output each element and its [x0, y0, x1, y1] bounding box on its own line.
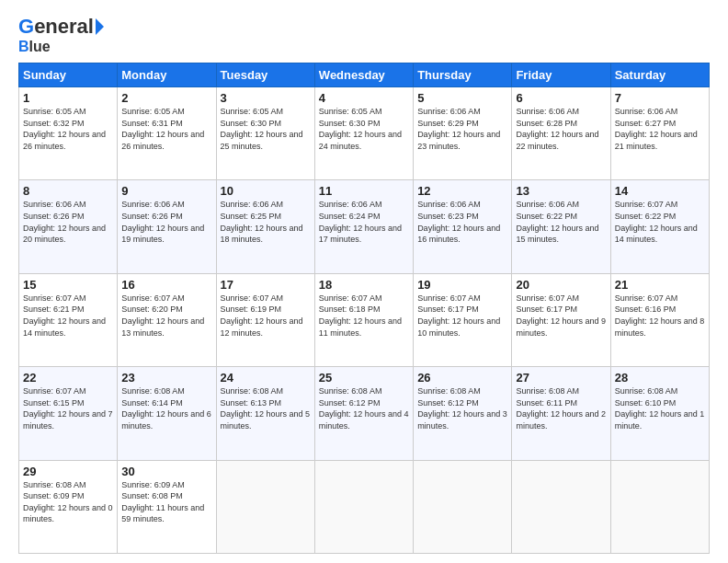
calendar-cell: 22Sunrise: 6:07 AMSunset: 6:15 PMDayligh… [19, 367, 118, 460]
calendar-header-row: SundayMondayTuesdayWednesdayThursdayFrid… [19, 63, 710, 87]
cell-info: Sunrise: 6:07 AMSunset: 6:22 PMDaylight:… [615, 199, 705, 245]
calendar-week-4: 22Sunrise: 6:07 AMSunset: 6:15 PMDayligh… [19, 367, 710, 460]
day-number: 7 [615, 91, 705, 105]
day-number: 6 [516, 91, 606, 105]
calendar-cell: 3Sunrise: 6:05 AMSunset: 6:30 PMDaylight… [216, 87, 314, 180]
column-header-saturday: Saturday [610, 63, 709, 87]
cell-info: Sunrise: 6:08 AMSunset: 6:12 PMDaylight:… [417, 385, 507, 431]
day-number: 11 [319, 184, 409, 198]
calendar-cell: 26Sunrise: 6:08 AMSunset: 6:12 PMDayligh… [414, 367, 512, 460]
calendar-cell: 14Sunrise: 6:07 AMSunset: 6:22 PMDayligh… [610, 180, 709, 273]
day-number: 13 [516, 184, 606, 198]
cell-info: Sunrise: 6:08 AMSunset: 6:14 PMDaylight:… [121, 385, 211, 431]
cell-info: Sunrise: 6:07 AMSunset: 6:19 PMDaylight:… [221, 293, 311, 339]
day-number: 4 [319, 91, 409, 105]
calendar-cell: 25Sunrise: 6:08 AMSunset: 6:12 PMDayligh… [314, 367, 413, 460]
calendar-cell: 8Sunrise: 6:06 AMSunset: 6:26 PMDaylight… [19, 180, 118, 273]
column-header-friday: Friday [512, 63, 610, 87]
calendar-cell: 19Sunrise: 6:07 AMSunset: 6:17 PMDayligh… [414, 273, 512, 366]
day-number: 28 [615, 371, 705, 385]
day-number: 24 [221, 371, 311, 385]
column-header-wednesday: Wednesday [314, 63, 413, 87]
day-number: 1 [23, 91, 113, 105]
calendar-table: SundayMondayTuesdayWednesdayThursdayFrid… [18, 63, 710, 554]
cell-info: Sunrise: 6:05 AMSunset: 6:30 PMDaylight:… [221, 106, 311, 152]
cell-info: Sunrise: 6:05 AMSunset: 6:32 PMDaylight:… [23, 106, 113, 152]
cell-info: Sunrise: 6:06 AMSunset: 6:26 PMDaylight:… [121, 199, 211, 245]
cell-info: Sunrise: 6:07 AMSunset: 6:17 PMDaylight:… [516, 293, 606, 339]
day-number: 12 [417, 184, 507, 198]
day-number: 14 [615, 184, 705, 198]
calendar-cell: 2Sunrise: 6:05 AMSunset: 6:31 PMDaylight… [118, 87, 216, 180]
day-number: 9 [121, 184, 211, 198]
day-number: 29 [23, 465, 113, 478]
calendar-week-5: 29Sunrise: 6:08 AMSunset: 6:09 PMDayligh… [19, 460, 710, 553]
day-number: 2 [121, 91, 211, 105]
day-number: 15 [23, 278, 113, 292]
calendar-cell: 27Sunrise: 6:08 AMSunset: 6:11 PMDayligh… [512, 367, 610, 460]
cell-info: Sunrise: 6:08 AMSunset: 6:09 PMDaylight:… [23, 479, 113, 525]
calendar-cell: 30Sunrise: 6:09 AMSunset: 6:08 PMDayligh… [118, 460, 216, 553]
cell-info: Sunrise: 6:07 AMSunset: 6:21 PMDaylight:… [23, 293, 113, 339]
cell-info: Sunrise: 6:07 AMSunset: 6:17 PMDaylight:… [417, 293, 507, 339]
logo: G eneral B lue [18, 15, 104, 55]
cell-info: Sunrise: 6:09 AMSunset: 6:08 PMDaylight:… [121, 479, 211, 525]
column-header-sunday: Sunday [19, 63, 118, 87]
cell-info: Sunrise: 6:07 AMSunset: 6:20 PMDaylight:… [121, 293, 211, 339]
calendar-week-3: 15Sunrise: 6:07 AMSunset: 6:21 PMDayligh… [19, 273, 710, 366]
calendar-cell [512, 460, 610, 553]
calendar-cell [610, 460, 709, 553]
cell-info: Sunrise: 6:05 AMSunset: 6:31 PMDaylight:… [121, 106, 211, 152]
calendar-cell: 15Sunrise: 6:07 AMSunset: 6:21 PMDayligh… [19, 273, 118, 366]
day-number: 21 [615, 278, 705, 292]
calendar-cell: 12Sunrise: 6:06 AMSunset: 6:23 PMDayligh… [414, 180, 512, 273]
calendar-cell: 9Sunrise: 6:06 AMSunset: 6:26 PMDaylight… [118, 180, 216, 273]
calendar-cell: 20Sunrise: 6:07 AMSunset: 6:17 PMDayligh… [512, 273, 610, 366]
cell-info: Sunrise: 6:08 AMSunset: 6:12 PMDaylight:… [319, 385, 409, 431]
cell-info: Sunrise: 6:06 AMSunset: 6:23 PMDaylight:… [417, 199, 507, 245]
calendar-cell [216, 460, 314, 553]
day-number: 3 [221, 91, 311, 105]
calendar-cell: 4Sunrise: 6:05 AMSunset: 6:30 PMDaylight… [314, 87, 413, 180]
day-number: 23 [121, 371, 211, 385]
calendar-cell [314, 460, 413, 553]
day-number: 17 [221, 278, 311, 292]
cell-info: Sunrise: 6:06 AMSunset: 6:22 PMDaylight:… [516, 199, 606, 245]
calendar-cell: 5Sunrise: 6:06 AMSunset: 6:29 PMDaylight… [414, 87, 512, 180]
calendar-cell: 23Sunrise: 6:08 AMSunset: 6:14 PMDayligh… [118, 367, 216, 460]
cell-info: Sunrise: 6:06 AMSunset: 6:29 PMDaylight:… [417, 106, 507, 152]
day-number: 25 [319, 371, 409, 385]
column-header-thursday: Thursday [414, 63, 512, 87]
day-number: 16 [121, 278, 211, 292]
calendar-cell: 6Sunrise: 6:06 AMSunset: 6:28 PMDaylight… [512, 87, 610, 180]
day-number: 19 [417, 278, 507, 292]
header: G eneral B lue [18, 15, 710, 55]
day-number: 20 [516, 278, 606, 292]
day-number: 10 [221, 184, 311, 198]
calendar-cell: 28Sunrise: 6:08 AMSunset: 6:10 PMDayligh… [610, 367, 709, 460]
logo-lue: lue [29, 39, 51, 55]
logo-g: G [18, 15, 34, 39]
column-header-monday: Monday [118, 63, 216, 87]
day-number: 8 [23, 184, 113, 198]
logo-arrow-icon [96, 18, 104, 35]
day-number: 27 [516, 371, 606, 385]
cell-info: Sunrise: 6:07 AMSunset: 6:15 PMDaylight:… [23, 385, 113, 431]
calendar-cell: 17Sunrise: 6:07 AMSunset: 6:19 PMDayligh… [216, 273, 314, 366]
calendar-cell [414, 460, 512, 553]
calendar-cell: 11Sunrise: 6:06 AMSunset: 6:24 PMDayligh… [314, 180, 413, 273]
day-number: 26 [417, 371, 507, 385]
day-number: 22 [23, 371, 113, 385]
cell-info: Sunrise: 6:07 AMSunset: 6:16 PMDaylight:… [615, 293, 705, 339]
day-number: 5 [417, 91, 507, 105]
cell-info: Sunrise: 6:06 AMSunset: 6:24 PMDaylight:… [319, 199, 409, 245]
calendar-cell: 24Sunrise: 6:08 AMSunset: 6:13 PMDayligh… [216, 367, 314, 460]
day-number: 18 [319, 278, 409, 292]
calendar-week-1: 1Sunrise: 6:05 AMSunset: 6:32 PMDaylight… [19, 87, 710, 180]
cell-info: Sunrise: 6:06 AMSunset: 6:27 PMDaylight:… [615, 106, 705, 152]
calendar-cell: 13Sunrise: 6:06 AMSunset: 6:22 PMDayligh… [512, 180, 610, 273]
calendar-cell: 29Sunrise: 6:08 AMSunset: 6:09 PMDayligh… [19, 460, 118, 553]
cell-info: Sunrise: 6:07 AMSunset: 6:18 PMDaylight:… [319, 293, 409, 339]
calendar-cell: 16Sunrise: 6:07 AMSunset: 6:20 PMDayligh… [118, 273, 216, 366]
column-header-tuesday: Tuesday [216, 63, 314, 87]
